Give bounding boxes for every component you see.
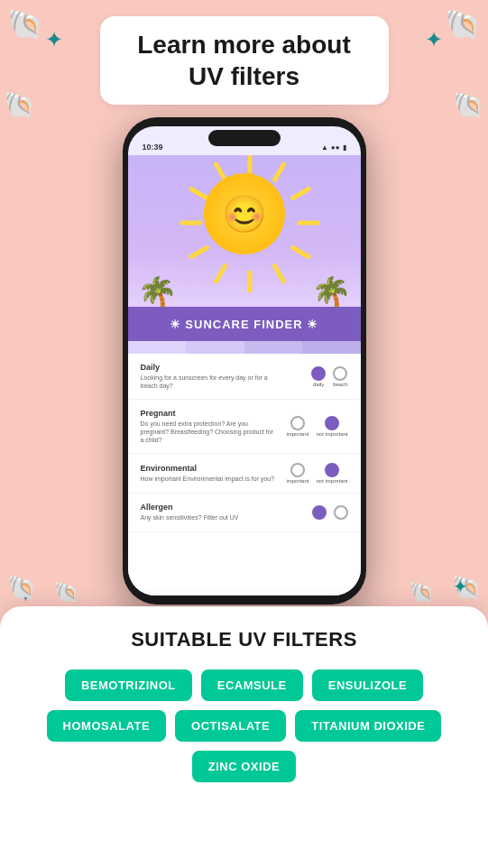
question-title-daily: Daily: [141, 363, 276, 372]
question-title-pregnant: Pregnant: [141, 409, 276, 418]
radio-beach-option[interactable]: beach: [333, 366, 347, 387]
sun-illustration: 😊 🌴 🌴: [128, 155, 361, 318]
question-text-allergen: Allergen Any skin sensitivities? Filter …: [141, 503, 276, 522]
radio-row-environmental: important not important: [286, 463, 347, 484]
filter-tag-titanium-dioxide[interactable]: TITANIUM DIOXIDE: [295, 710, 441, 742]
radio-allergen-2[interactable]: [334, 505, 348, 520]
suncare-banner: ☀ SUNCARE FINDER ☀: [128, 307, 361, 341]
bottom-card: SUITABLE UV FILTERS BEMOTRIZINOL ECAMSUL…: [0, 606, 488, 868]
radio-env-important[interactable]: important: [286, 463, 308, 484]
radio-pregnant-notimportant[interactable]: not important: [316, 416, 347, 437]
decoration-shell-mr: 🐚: [453, 90, 484, 120]
question-options-allergen: [276, 505, 348, 520]
decoration-star-tr: ✦: [425, 27, 443, 52]
filter-tag-ecamsule[interactable]: ECAMSULE: [201, 669, 303, 701]
radio-daily-circle[interactable]: [311, 366, 326, 381]
radio-pregnant-important-label: important: [286, 431, 308, 437]
question-row-allergen: Allergen Any skin sensitivities? Filter …: [128, 494, 361, 531]
radio-allergen-2-circle[interactable]: [334, 505, 348, 520]
decoration-shell-bmr: 🐚: [410, 581, 434, 605]
question-options-daily: daily beach: [276, 366, 348, 387]
question-text-environmental: Environmental How important Environmenta…: [141, 464, 276, 483]
decoration-shell-bl: 🐚: [7, 574, 36, 602]
wifi-icon: ▲: [321, 143, 328, 152]
radio-env-important-label: important: [286, 478, 308, 484]
phone-body: 10:39 ▲ ●● ▮: [123, 117, 366, 605]
signal-icon: ●●: [331, 143, 340, 152]
question-row-pregnant: Pregnant Do you need extra protection? A…: [128, 400, 361, 454]
questions-area: Daily Looking for a sunscreen for every …: [128, 354, 361, 596]
radio-beach-label: beach: [333, 382, 347, 387]
question-options-environmental: important not important: [276, 463, 348, 484]
radio-row-pregnant: important not important: [286, 416, 347, 437]
radio-row-allergen: [312, 505, 348, 520]
phone-notch: [208, 130, 281, 146]
radio-daily-option[interactable]: daily: [311, 366, 326, 387]
question-desc-environmental: How important Environmental impact is fo…: [141, 475, 276, 483]
radio-env-notimportant-label: not important: [316, 478, 347, 484]
svg-line-2: [292, 189, 308, 199]
radio-env-notimportant[interactable]: not important: [316, 463, 347, 484]
filter-tag-zinc-oxide[interactable]: ZINC OXIDE: [192, 751, 296, 782]
svg-line-7: [216, 266, 225, 282]
filter-tag-ensulizole[interactable]: ENSULIZOLE: [312, 669, 423, 701]
decoration-shell-ml: 🐚: [4, 90, 35, 120]
decoration-shell-tr: 🐚: [445, 7, 481, 42]
filter-tags-container: BEMOTRIZINOL ECAMSULE ENSULIZOLE HOMOSAL…: [18, 669, 470, 782]
radio-pregnant-important-circle[interactable]: [290, 416, 305, 430]
suitable-title: SUITABLE UV FILTERS: [18, 628, 470, 651]
header-line2: UV filters: [189, 62, 299, 90]
status-icons: ▲ ●● ▮: [321, 143, 346, 152]
radio-pregnant-notimportant-label: not important: [316, 431, 347, 437]
decoration-shell-bml: 🐚: [54, 581, 78, 605]
question-row-environmental: Environmental How important Environmenta…: [128, 454, 361, 494]
radio-allergen-1-circle[interactable]: [312, 505, 327, 520]
svg-line-4: [292, 248, 308, 257]
radio-env-notimportant-circle[interactable]: [325, 463, 339, 477]
question-desc-pregnant: Do you need extra protection? Are you pr…: [141, 420, 276, 444]
question-row-daily: Daily Looking for a sunscreen for every …: [128, 354, 361, 400]
question-text-daily: Daily Looking for a sunscreen for every …: [141, 363, 276, 390]
radio-pregnant-notimportant-circle[interactable]: [325, 416, 339, 430]
radio-row-daily: daily beach: [311, 366, 347, 387]
decoration-star-tl: ✦: [45, 27, 63, 52]
sun-face: 😊: [204, 173, 285, 254]
decoration-star-br: ✦: [453, 576, 468, 597]
header-card: Learn more about UV filters: [100, 16, 389, 105]
header-line1: Learn more about: [137, 31, 350, 59]
question-desc-daily: Looking for a sunscreen for every day or…: [141, 374, 276, 390]
radio-env-important-circle[interactable]: [290, 463, 305, 477]
status-time: 10:39: [143, 143, 163, 152]
question-title-environmental: Environmental: [141, 464, 276, 473]
question-text-pregnant: Pregnant Do you need extra protection? A…: [141, 409, 276, 444]
radio-allergen-1[interactable]: [312, 505, 327, 520]
phone-mockup: 10:39 ▲ ●● ▮: [123, 117, 366, 605]
filter-tag-homosalate[interactable]: HOMOSALATE: [47, 710, 166, 742]
phone-screen: 10:39 ▲ ●● ▮: [128, 126, 361, 596]
decoration-shell-tl: 🐚: [7, 7, 43, 42]
filter-tag-octisalate[interactable]: OCTISALATE: [175, 710, 286, 742]
question-options-pregnant: important not important: [276, 416, 348, 437]
svg-line-5: [274, 266, 283, 282]
filter-tag-bemotrizinol[interactable]: BEMOTRIZINOL: [65, 669, 192, 701]
suncare-banner-text: ☀ SUNCARE FINDER ☀: [170, 318, 319, 331]
question-title-allergen: Allergen: [141, 503, 276, 512]
radio-beach-circle[interactable]: [333, 366, 347, 381]
battery-icon: ▮: [343, 143, 346, 152]
radio-daily-label: daily: [313, 382, 324, 387]
radio-pregnant-important[interactable]: important: [286, 416, 308, 437]
header-title: Learn more about UV filters: [118, 29, 371, 92]
question-desc-allergen: Any skin sensitivities? Filter out UV: [141, 513, 276, 522]
